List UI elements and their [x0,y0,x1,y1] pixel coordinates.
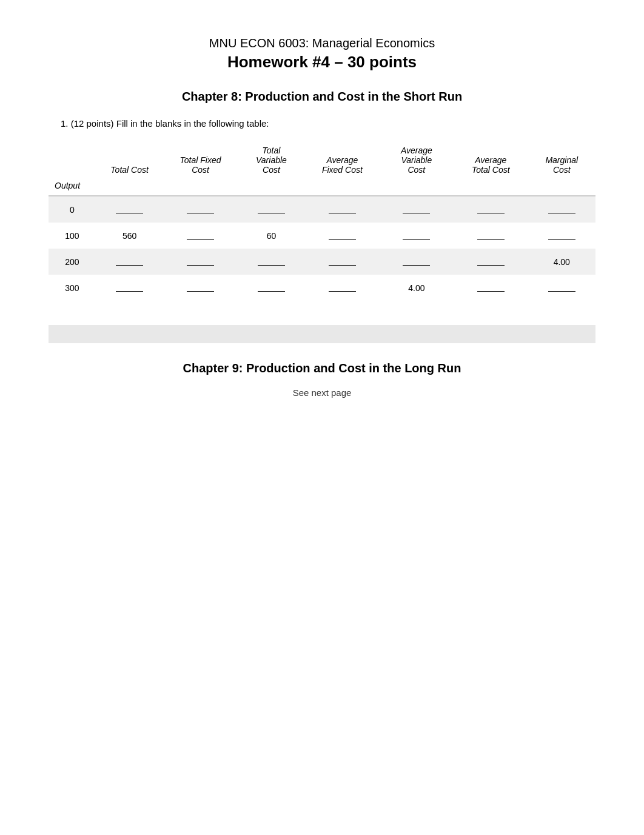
homework-title: Homework #4 – 30 points [49,53,595,72]
table-row: 100 560 60 [49,223,595,249]
cell-atc-200 [454,249,528,275]
cell-afc-100 [305,223,379,249]
blank [116,204,143,213]
cell-output-200: 200 [49,249,96,275]
cell-tvc-200 [238,249,305,275]
cell-atc-0 [454,196,528,223]
col-header-total-cost: Total Cost [96,141,163,179]
col-header-total-variable-cost: TotalVariableCost [238,141,305,179]
subheader-spacer [96,179,595,196]
blank [258,204,285,213]
cell-tvc-100: 60 [238,223,305,249]
course-title: MNU ECON 6003: Managerial Economics [49,36,595,50]
blank [329,256,356,266]
table-subheader-row: Output [49,179,595,196]
cost-table-container: Total Cost Total FixedCost TotalVariable… [49,141,595,301]
blank [403,256,430,266]
blank [403,230,430,240]
chapter8-title: Chapter 8: Production and Cost in the Sh… [49,90,595,104]
col-header-marginal-cost: MarginalCost [528,141,595,179]
cell-total-cost-0 [96,196,163,223]
table-row: 0 [49,196,595,223]
cell-tfc-200 [163,249,237,275]
cell-total-cost-100: 560 [96,223,163,249]
blank [329,282,356,292]
col-header-output [49,141,96,179]
question1-area: 1. (12 points) Fill in the blanks in the… [49,118,595,301]
cell-mc-200: 4.00 [528,249,595,275]
cell-atc-100 [454,223,528,249]
cell-mc-0 [528,196,595,223]
chapter9-title: Chapter 9: Production and Cost in the Lo… [49,361,595,375]
cell-output-300: 300 [49,275,96,301]
cell-avc-300: 4.00 [380,275,454,301]
cell-atc-300 [454,275,528,301]
cell-mc-300 [528,275,595,301]
cell-total-cost-300 [96,275,163,301]
blank [548,282,575,292]
cell-mc-100 [528,223,595,249]
blank [548,230,575,240]
blank [187,204,214,213]
blank [329,204,356,213]
cell-tfc-300 [163,275,237,301]
cell-total-cost-200 [96,249,163,275]
blank [116,282,143,292]
col-header-avg-variable-cost: AverageVariableCost [380,141,454,179]
blank [329,230,356,240]
cell-avc-200 [380,249,454,275]
blank [187,256,214,266]
cell-tvc-300 [238,275,305,301]
cell-tvc-0 [238,196,305,223]
question1-intro: 1. (12 points) Fill in the blanks in the… [61,118,595,129]
col-header-avg-total-cost: AverageTotal Cost [454,141,528,179]
blank [477,204,505,213]
cell-afc-200 [305,249,379,275]
cell-avc-0 [380,196,454,223]
blank [258,256,285,266]
blank [477,256,505,266]
cell-output-0: 0 [49,196,96,223]
col-header-avg-fixed-cost: AverageFixed Cost [305,141,379,179]
blank [116,256,143,266]
blank [403,204,430,213]
blank [187,230,214,240]
cell-tfc-0 [163,196,237,223]
table-row: 200 4.00 [49,249,595,275]
see-next-page-text: See next page [49,387,595,398]
cell-avc-100 [380,223,454,249]
col-subheader-output: Output [49,179,96,196]
cell-afc-300 [305,275,379,301]
cost-table: Total Cost Total FixedCost TotalVariable… [49,141,595,301]
cell-output-100: 100 [49,223,96,249]
blank [187,282,214,292]
blank [477,230,505,240]
page-header: MNU ECON 6003: Managerial Economics Home… [49,24,595,72]
blank [477,282,505,292]
section-divider [49,325,595,343]
blank [548,204,575,213]
col-header-total-fixed-cost: Total FixedCost [163,141,237,179]
table-row: 300 4.00 [49,275,595,301]
cell-tfc-100 [163,223,237,249]
cell-afc-0 [305,196,379,223]
blank [258,282,285,292]
table-header-row: Total Cost Total FixedCost TotalVariable… [49,141,595,179]
